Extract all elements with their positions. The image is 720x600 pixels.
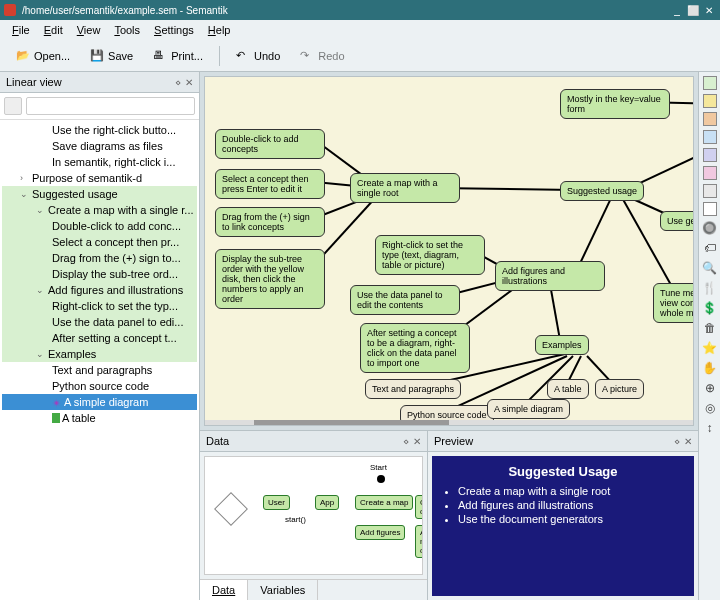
- window-title: /home/user/semantik/example.sem - Semant…: [22, 5, 664, 16]
- tree-item[interactable]: Text and paragraphs: [2, 362, 197, 378]
- concept-node[interactable]: Add figures and illustrations: [495, 261, 605, 291]
- tree-item[interactable]: Use the right-click butto...: [2, 122, 197, 138]
- tree-item[interactable]: ✴A simple diagram: [2, 394, 197, 410]
- tree-item[interactable]: Right-click to set the typ...: [2, 298, 197, 314]
- panel-close-icon[interactable]: ✕: [684, 436, 692, 447]
- concept-node[interactable]: Suggested usage: [560, 181, 644, 201]
- menu-settings[interactable]: Settings: [148, 22, 200, 38]
- undo-button[interactable]: ↶Undo: [228, 45, 288, 67]
- tree-item[interactable]: Python source code: [2, 378, 197, 394]
- tree-item[interactable]: ⌄Create a map with a single r...: [2, 202, 197, 218]
- concept-node[interactable]: Drag from the (+) sign to link concepts: [215, 207, 325, 237]
- panel-menu-icon[interactable]: ⋄: [403, 436, 409, 447]
- concept-node[interactable]: A simple diagram: [487, 399, 570, 419]
- diagram-node[interactable]: Create a map: [355, 495, 413, 510]
- color-swatch[interactable]: [703, 130, 717, 144]
- tree-item[interactable]: ›Purpose of semantik-d: [2, 170, 197, 186]
- mindmap-canvas[interactable]: Mostly in the key=value formSemantik man…: [204, 76, 694, 426]
- concept-node[interactable]: Double-click to add concepts: [215, 129, 325, 159]
- tree-item[interactable]: Double-click to add conc...: [2, 218, 197, 234]
- menu-tools[interactable]: Tools: [108, 22, 146, 38]
- concept-node[interactable]: Select a concept then press Enter to edi…: [215, 169, 325, 199]
- diagram-node[interactable]: User: [263, 495, 290, 510]
- concept-node[interactable]: Examples: [535, 335, 589, 355]
- data-panel-title: Data: [206, 435, 229, 447]
- concept-node[interactable]: After setting a concept to be a diagram,…: [360, 323, 470, 373]
- panel-close-icon[interactable]: ✕: [185, 77, 193, 88]
- concept-node[interactable]: Display the sub-tree order with the yell…: [215, 249, 325, 309]
- open-button[interactable]: 📂Open...: [8, 45, 78, 67]
- tool-icon[interactable]: 🗑: [702, 320, 718, 336]
- tool-icon[interactable]: 🔍: [702, 260, 718, 276]
- concept-node[interactable]: Create a map with a single root: [350, 173, 460, 203]
- tab-variables[interactable]: Variables: [248, 580, 318, 600]
- filter-icon[interactable]: [4, 97, 22, 115]
- print-icon: 🖶: [153, 49, 167, 63]
- redo-button[interactable]: ↷Redo: [292, 45, 352, 67]
- tree-item[interactable]: A table: [2, 410, 197, 426]
- concept-node[interactable]: Use gene: [660, 211, 694, 231]
- diagram-canvas[interactable]: StartEndUserAppCreate a mapGenerate docu…: [204, 456, 423, 575]
- tree-item[interactable]: Save diagrams as files: [2, 138, 197, 154]
- diagram-node[interactable]: Add figures: [355, 525, 405, 540]
- diagram-node[interactable]: App: [315, 495, 339, 510]
- menu-help[interactable]: Help: [202, 22, 237, 38]
- diagram-node[interactable]: Add meta-data: [415, 525, 423, 558]
- concept-node[interactable]: A picture: [595, 379, 644, 399]
- tool-icon[interactable]: ⊕: [702, 380, 718, 396]
- tool-icon[interactable]: 🔘: [702, 220, 718, 236]
- tree-item[interactable]: After setting a concept t...: [2, 330, 197, 346]
- menu-view[interactable]: View: [71, 22, 107, 38]
- tool-icon[interactable]: ⭐: [702, 340, 718, 356]
- tree-item[interactable]: Drag from the (+) sign to...: [2, 250, 197, 266]
- tool-icon[interactable]: ↕: [702, 420, 718, 436]
- panel-menu-icon[interactable]: ⋄: [674, 436, 680, 447]
- tree-item[interactable]: Use the data panel to edi...: [2, 314, 197, 330]
- tree-item[interactable]: ⌄Add figures and illustrations: [2, 282, 197, 298]
- tree-item[interactable]: Select a concept then pr...: [2, 234, 197, 250]
- concept-node[interactable]: Tune meta-da variables view concept or f…: [653, 283, 694, 323]
- tool-icon[interactable]: ◎: [702, 400, 718, 416]
- tree-item[interactable]: In semantik, right-click i...: [2, 154, 197, 170]
- redo-icon: ↷: [300, 49, 314, 63]
- undo-icon: ↶: [236, 49, 250, 63]
- preview-panel: Preview ⋄✕ Suggested Usage Create a map …: [428, 431, 698, 600]
- color-swatch[interactable]: [703, 148, 717, 162]
- concept-node[interactable]: Text and paragraphs: [365, 379, 461, 399]
- filter-input[interactable]: [26, 97, 195, 115]
- color-swatch[interactable]: [703, 184, 717, 198]
- tree-item[interactable]: ⌄Suggested usage: [2, 186, 197, 202]
- color-swatch[interactable]: [703, 202, 717, 216]
- panel-menu-icon[interactable]: ⋄: [175, 77, 181, 88]
- tool-icon[interactable]: 🏷: [702, 240, 718, 256]
- concept-node[interactable]: Mostly in the key=value form: [560, 89, 670, 119]
- close-button[interactable]: ✕: [702, 3, 716, 17]
- tool-icon[interactable]: 💲: [702, 300, 718, 316]
- concept-node[interactable]: A table: [547, 379, 589, 399]
- tool-icon[interactable]: 🍴: [702, 280, 718, 296]
- save-button[interactable]: 💾Save: [82, 45, 141, 67]
- color-swatch[interactable]: [703, 112, 717, 126]
- tree-item[interactable]: Display the sub-tree ord...: [2, 266, 197, 282]
- horizontal-scrollbar[interactable]: [254, 420, 449, 425]
- tree-view[interactable]: Use the right-click butto...Save diagram…: [0, 120, 199, 600]
- tree-item[interactable]: ⌄Examples: [2, 346, 197, 362]
- menu-file[interactable]: File: [6, 22, 36, 38]
- color-swatch[interactable]: [703, 166, 717, 180]
- maximize-button[interactable]: ⬜: [686, 3, 700, 17]
- data-panel: Data ⋄✕ StartEndUserAppCreate a mapGener…: [200, 431, 428, 600]
- concept-node[interactable]: Right-click to set the type (text, diagr…: [375, 235, 485, 275]
- menu-edit[interactable]: Edit: [38, 22, 69, 38]
- diagram-node[interactable]: Generate documents: [415, 495, 423, 519]
- color-swatch[interactable]: [703, 94, 717, 108]
- preview-item: Create a map with a single root: [458, 485, 686, 497]
- tab-data[interactable]: Data: [200, 580, 248, 600]
- color-swatch[interactable]: [703, 76, 717, 90]
- minimize-button[interactable]: ⎯: [670, 3, 684, 17]
- panel-close-icon[interactable]: ✕: [413, 436, 421, 447]
- tool-icon[interactable]: ✋: [702, 360, 718, 376]
- preview-title: Suggested Usage: [440, 464, 686, 479]
- print-button[interactable]: 🖶Print...: [145, 45, 211, 67]
- concept-node[interactable]: Use the data panel to edit the contents: [350, 285, 460, 315]
- linear-view-panel: Linear view ⋄✕ Use the right-click butto…: [0, 72, 199, 600]
